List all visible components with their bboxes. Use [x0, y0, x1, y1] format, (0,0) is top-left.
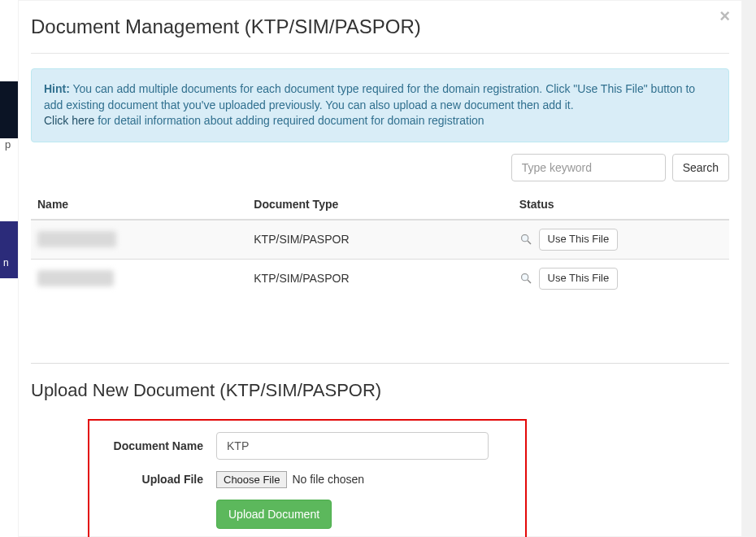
hint-rest: for detail information about adding requ… [94, 114, 484, 127]
svg-line-1 [528, 241, 531, 244]
upload-document-button[interactable]: Upload Document [216, 500, 332, 529]
background-char-n: n [3, 257, 9, 268]
table-row: Sample Other KTP/SIM/PASPOR Use This Fil… [31, 259, 729, 297]
col-header-type: Document Type [247, 190, 512, 220]
search-input[interactable] [511, 154, 666, 181]
file-input-widget: Choose File No file chosen [216, 471, 364, 488]
file-status-text: No file chosen [292, 473, 364, 486]
use-this-file-button[interactable]: Use This File [539, 229, 619, 251]
background-char-p: p [5, 138, 11, 151]
svg-point-2 [521, 235, 528, 242]
documents-table: Name Document Type Status Sample Name KT… [31, 190, 729, 298]
upload-highlight-box: Document Name Upload File Choose File No… [88, 419, 527, 537]
scrollbar-track[interactable] [742, 0, 756, 537]
table-row: Sample Name KTP/SIM/PASPOR Use This File [31, 220, 729, 259]
row-name-redacted: Sample Other [37, 270, 114, 286]
hint-alert: Hint: You can add multiple documents for… [31, 68, 729, 142]
col-header-status: Status [513, 190, 729, 220]
upload-section-title: Upload New Document (KTP/SIM/PASPOR) [31, 380, 729, 401]
section-divider [31, 363, 729, 364]
row-type: KTP/SIM/PASPOR [247, 259, 512, 297]
label-upload-file: Upload File [102, 473, 216, 486]
row-type: KTP/SIM/PASPOR [247, 220, 512, 259]
svg-point-5 [521, 274, 528, 281]
hint-label: Hint: [44, 82, 70, 95]
background-topbar [0, 81, 18, 138]
label-document-name: Document Name [102, 439, 216, 452]
hint-link[interactable]: Click here [44, 114, 94, 127]
close-icon[interactable]: × [719, 7, 730, 25]
row-name-redacted: Sample Name [37, 231, 116, 247]
magnifier-icon[interactable] [519, 271, 539, 284]
col-header-name: Name [31, 190, 247, 220]
svg-line-4 [528, 280, 531, 283]
search-row: Search [31, 154, 729, 181]
use-this-file-button[interactable]: Use This File [539, 268, 619, 290]
choose-file-button[interactable]: Choose File [216, 471, 287, 488]
background-sidebar [0, 221, 18, 278]
magnifier-icon[interactable] [519, 232, 539, 245]
search-button[interactable]: Search [672, 154, 729, 181]
document-name-input[interactable] [216, 432, 489, 460]
document-management-modal: × Document Management (KTP/SIM/PASPOR) H… [18, 0, 742, 537]
modal-title: Document Management (KTP/SIM/PASPOR) [31, 1, 729, 54]
hint-body: You can add multiple documents for each … [44, 82, 695, 111]
